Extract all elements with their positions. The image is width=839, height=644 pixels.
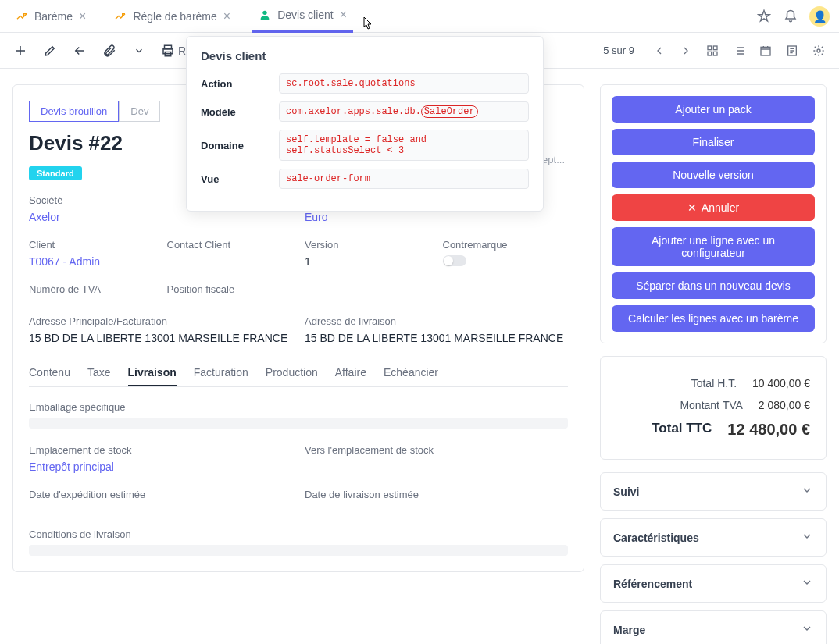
svg-rect-8 <box>761 47 770 55</box>
cancel-button[interactable]: ✕Annuler <box>612 194 815 221</box>
conditions-label: Conditions de livraison <box>29 528 568 540</box>
version-value: 1 <box>305 255 430 268</box>
close-icon[interactable]: × <box>223 9 230 23</box>
add-line-button[interactable]: Ajouter une ligne avec un configurateur <box>612 227 815 266</box>
billaddr-value: 15 BD DE LA LIBERTE 13001 MARSEILLE FRAN… <box>29 332 292 344</box>
bell-icon[interactable] <box>783 9 798 24</box>
accordion-suivi[interactable]: Suivi <box>600 472 827 511</box>
calc-button[interactable]: Calculer les lignes avec un barème <box>612 305 815 332</box>
packaging-label: Emballage spécifique <box>29 401 568 413</box>
billaddr-label: Adresse Principale/Facturation <box>29 315 292 327</box>
chevron-left-icon[interactable] <box>652 43 667 59</box>
total-tva-value: 2 080,00 € <box>759 399 810 411</box>
subtab-contenu[interactable]: Contenu <box>29 360 70 386</box>
total-ht-label: Total H.T. <box>616 377 752 390</box>
step-current[interactable]: Devis brouillon <box>29 101 119 122</box>
chevron-down-icon <box>801 576 813 591</box>
chevron-right-icon[interactable] <box>678 43 694 59</box>
fiscal-label: Position fiscale <box>167 283 293 295</box>
popover-model-label: Modèle <box>201 106 279 118</box>
close-icon[interactable]: × <box>79 9 86 23</box>
back-arrow-icon[interactable] <box>72 43 87 59</box>
plus-icon[interactable] <box>12 43 28 59</box>
svg-rect-6 <box>708 52 712 55</box>
accordion-marge[interactable]: Marge <box>600 610 827 644</box>
totals-card: Total H.T.10 400,00 € Montant TVA2 080,0… <box>600 356 827 460</box>
tab-devis-client[interactable]: Devis client × <box>252 0 353 33</box>
svg-rect-5 <box>713 46 717 50</box>
stockloc-value[interactable]: Entrepôt principal <box>29 461 292 473</box>
step-next[interactable]: Dev <box>119 101 160 122</box>
svg-point-0 <box>262 11 266 15</box>
vat-label: Numéro de TVA <box>29 283 155 295</box>
calendar-icon[interactable] <box>758 43 773 59</box>
shipaddr-value: 15 BD DE LA LIBERTE 13001 MARSEILLE FRAN… <box>305 332 568 344</box>
paperclip-icon[interactable] <box>102 43 117 59</box>
form-icon[interactable] <box>784 43 800 59</box>
subtab-echeancier[interactable]: Echéancier <box>384 360 438 386</box>
pager-text: 5 sur 9 <box>603 44 634 56</box>
new-version-button[interactable]: Nouvelle version <box>612 162 815 188</box>
subtab-production[interactable]: Production <box>266 360 318 386</box>
subtab-taxe[interactable]: Taxe <box>87 360 111 386</box>
subtab-facturation[interactable]: Facturation <box>194 360 248 386</box>
subtab-livraison[interactable]: Livraison <box>128 360 177 386</box>
split-button[interactable]: Séparer dans un nouveau devis <box>612 272 815 299</box>
stockloc-label: Emplacement de stock <box>29 444 292 456</box>
grid-icon[interactable] <box>705 43 720 59</box>
list-icon[interactable] <box>731 43 747 59</box>
avatar[interactable]: 👤 <box>809 6 830 27</box>
tostock-label: Vers l'emplacement de stock <box>305 444 568 456</box>
conditions-input[interactable] <box>29 545 568 556</box>
packaging-input[interactable] <box>29 418 568 429</box>
total-ttc-value: 12 480,00 € <box>727 421 810 439</box>
total-ht-value: 10 400,00 € <box>752 377 810 390</box>
chart-line-icon <box>16 10 28 23</box>
chevron-down-icon <box>801 484 813 499</box>
tabs-bar: Barème × Règle de barème × Devis client … <box>0 0 839 33</box>
pencil-icon[interactable] <box>42 43 58 59</box>
tab-bareme[interactable]: Barème × <box>9 0 92 33</box>
person-icon <box>259 9 271 21</box>
client-value[interactable]: T0067 - Admin <box>29 255 155 268</box>
countermark-label: Contremarque <box>443 239 569 251</box>
actions-card: Ajouter un pack Finaliser Nouvelle versi… <box>600 84 827 343</box>
company-value[interactable]: Axelor <box>29 211 155 223</box>
tab-label: Barème <box>34 10 73 23</box>
chevron-down-icon <box>801 622 813 637</box>
close-icon[interactable]: × <box>340 8 347 22</box>
popover-domain-value: self.template = false and self.statusSel… <box>279 130 529 161</box>
popover-action-label: Action <box>201 78 279 90</box>
contact-label: Contact Client <box>167 239 293 251</box>
total-ttc-label: Total TTC <box>616 421 727 439</box>
popover-view-value: sale-order-form <box>279 169 529 189</box>
accordion-caracteristiques[interactable]: Caractéristiques <box>600 518 827 557</box>
shipdate-label: Date d'expédition estimée <box>29 489 292 500</box>
accordion-referencement[interactable]: Référencement <box>600 564 827 603</box>
subtabs: Contenu Taxe Livraison Facturation Produ… <box>29 360 568 387</box>
popover-view-label: Vue <box>201 173 279 185</box>
chevron-down-icon[interactable] <box>131 43 147 59</box>
add-pack-button[interactable]: Ajouter un pack <box>612 96 815 123</box>
currency-value[interactable]: Euro <box>305 211 430 223</box>
tab-regle[interactable]: Règle de barème × <box>108 0 237 33</box>
gear-icon[interactable] <box>811 43 827 59</box>
tech-info-popover: Devis client Action sc.root.sale.quotati… <box>186 36 544 212</box>
finalize-button[interactable]: Finaliser <box>612 129 815 155</box>
chart-line-icon <box>114 10 127 23</box>
tab-label: Devis client <box>277 9 334 21</box>
popover-title: Devis client <box>201 49 529 62</box>
popover-action-value: sc.root.sale.quotations <box>279 73 529 94</box>
countermark-toggle[interactable] <box>443 255 466 266</box>
client-label: Client <box>29 239 155 251</box>
star-icon[interactable] <box>756 9 772 24</box>
popover-model-value: com.axelor.apps.sale.db.SaleOrder <box>279 101 529 122</box>
svg-rect-7 <box>713 52 717 55</box>
popover-domain-label: Domaine <box>201 140 279 151</box>
subtab-affaire[interactable]: Affaire <box>335 360 366 386</box>
shipaddr-label: Adresse de livraison <box>305 315 568 327</box>
company-label: Société <box>29 194 155 206</box>
svg-rect-4 <box>708 46 712 50</box>
highlighted-classname: SaleOrder <box>421 105 478 118</box>
svg-point-10 <box>817 49 820 52</box>
